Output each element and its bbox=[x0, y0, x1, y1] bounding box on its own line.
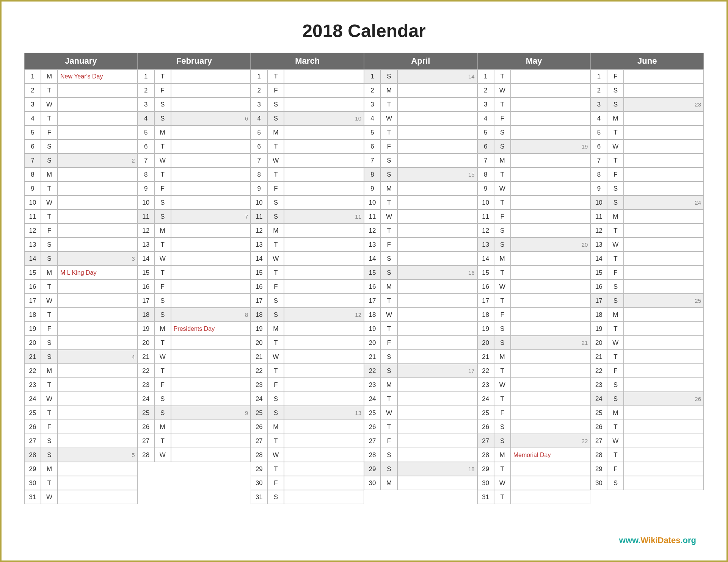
day-event-cell bbox=[284, 139, 364, 153]
day-row: 19T bbox=[590, 322, 704, 336]
month-header: March bbox=[251, 53, 364, 69]
day-row: 3T bbox=[364, 97, 477, 111]
day-of-week: S bbox=[41, 139, 58, 153]
day-number: 10 bbox=[24, 196, 41, 210]
day-of-week: M bbox=[607, 308, 624, 322]
day-number: 5 bbox=[138, 125, 154, 139]
day-number: 22 bbox=[251, 364, 267, 378]
day-number: 6 bbox=[364, 139, 381, 153]
day-of-week: S bbox=[267, 490, 284, 504]
day-event-cell bbox=[511, 490, 591, 504]
day-number: 17 bbox=[138, 294, 154, 308]
day-of-week bbox=[154, 476, 171, 490]
day-number: 23 bbox=[364, 378, 381, 392]
day-of-week: S bbox=[494, 420, 511, 434]
day-event-cell bbox=[58, 210, 138, 224]
months-container: January1MNew Year's Day2T3W4T5F6S7S28M9T… bbox=[24, 53, 704, 504]
day-row: 16T bbox=[24, 280, 138, 294]
month-header: January bbox=[24, 53, 138, 69]
day-of-week: W bbox=[381, 111, 397, 125]
day-of-week: F bbox=[607, 364, 624, 378]
day-number: 24 bbox=[138, 392, 154, 406]
day-row: 26F bbox=[24, 420, 138, 434]
day-event-cell: 25 bbox=[624, 294, 704, 308]
day-row: 5T bbox=[364, 125, 477, 139]
day-number: 30 bbox=[24, 476, 41, 490]
day-of-week: S bbox=[494, 238, 511, 252]
day-row: 19T bbox=[364, 322, 477, 336]
day-of-week: M bbox=[494, 448, 511, 462]
day-row: 11S7 bbox=[138, 210, 251, 224]
day-event-cell bbox=[397, 97, 477, 111]
day-of-week: T bbox=[41, 476, 58, 490]
day-of-week: W bbox=[607, 336, 624, 350]
day-number: 18 bbox=[477, 308, 494, 322]
day-of-week: S bbox=[494, 336, 511, 350]
day-of-week: S bbox=[154, 406, 171, 420]
day-row: 25T bbox=[24, 406, 138, 420]
day-number: 27 bbox=[251, 434, 267, 448]
day-of-week: S bbox=[41, 238, 58, 252]
day-of-week: T bbox=[41, 111, 58, 125]
day-of-week: S bbox=[607, 378, 624, 392]
day-event-cell bbox=[624, 336, 704, 350]
week-number: 5 bbox=[132, 452, 135, 458]
day-number: 19 bbox=[138, 322, 154, 336]
day-of-week: W bbox=[381, 308, 397, 322]
day-event-cell bbox=[171, 420, 251, 434]
day-row: 6T bbox=[138, 139, 251, 153]
day-number: 23 bbox=[251, 378, 267, 392]
day-of-week: F bbox=[381, 336, 397, 350]
day-event-cell bbox=[624, 83, 704, 97]
day-number: 18 bbox=[364, 308, 381, 322]
day-event-cell bbox=[58, 224, 138, 238]
day-event-cell bbox=[397, 350, 477, 364]
day-of-week: S bbox=[607, 476, 624, 490]
day-row: 16M bbox=[364, 280, 477, 294]
day-event-cell: 15 bbox=[397, 168, 477, 182]
day-number bbox=[590, 490, 607, 504]
day-row: 5F bbox=[24, 125, 138, 139]
day-event-cell bbox=[511, 153, 591, 168]
day-of-week: T bbox=[267, 336, 284, 350]
day-row: 8T bbox=[251, 168, 364, 182]
day-of-week: S bbox=[381, 462, 397, 476]
day-of-week: S bbox=[267, 308, 284, 322]
day-number: 1 bbox=[477, 69, 494, 83]
footer-link[interactable]: www.WikiDates.org bbox=[619, 535, 696, 545]
day-of-week: S bbox=[607, 392, 624, 406]
day-number: 9 bbox=[251, 182, 267, 196]
day-row: 4W bbox=[364, 111, 477, 125]
day-of-week: T bbox=[267, 139, 284, 153]
day-row: 30S bbox=[590, 476, 704, 490]
week-number: 25 bbox=[695, 297, 701, 304]
day-row: 14T bbox=[590, 252, 704, 266]
day-event-cell: 4 bbox=[58, 350, 138, 364]
day-number: 17 bbox=[251, 294, 267, 308]
day-event-cell bbox=[397, 490, 477, 504]
day-of-week: W bbox=[154, 350, 171, 364]
day-of-week: T bbox=[267, 266, 284, 280]
day-row: 30T bbox=[24, 476, 138, 490]
day-of-week: T bbox=[154, 69, 171, 83]
day-event-cell bbox=[58, 125, 138, 139]
day-of-week: T bbox=[494, 69, 511, 83]
day-event-cell bbox=[397, 406, 477, 420]
day-row: 12M bbox=[251, 224, 364, 238]
day-number: 18 bbox=[138, 308, 154, 322]
day-of-week: F bbox=[381, 434, 397, 448]
day-event-cell bbox=[511, 280, 591, 294]
day-number: 25 bbox=[251, 406, 267, 420]
day-of-week: S bbox=[267, 392, 284, 406]
day-row: 1S14 bbox=[364, 69, 477, 83]
day-event-cell bbox=[624, 350, 704, 364]
day-number: 25 bbox=[477, 406, 494, 420]
day-number: 21 bbox=[24, 350, 41, 364]
day-row: 20F bbox=[364, 336, 477, 350]
footer-part3: .org bbox=[680, 535, 696, 545]
day-event-cell bbox=[624, 420, 704, 434]
week-number: 6 bbox=[245, 115, 248, 122]
day-number: 13 bbox=[590, 238, 607, 252]
day-number bbox=[138, 476, 154, 490]
day-row: 29T bbox=[477, 462, 591, 476]
